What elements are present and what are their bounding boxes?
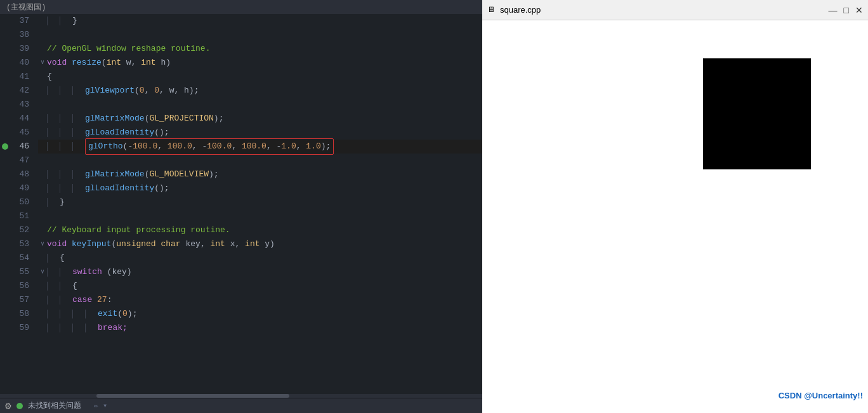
- code-area[interactable]: } // OpenGL window reshape routine.∨void…: [33, 14, 482, 394]
- gutter-cell: [0, 297, 10, 311]
- code-token: glLoadIdentity: [85, 126, 154, 140]
- editor-panel: (主视图国) 373839404142434445464748495051525…: [0, 0, 482, 413]
- table-row[interactable]: exit(0);: [38, 307, 482, 321]
- line-number: 41: [10, 70, 29, 84]
- fold-arrow[interactable]: [38, 321, 47, 335]
- code-token: ,: [296, 140, 306, 154]
- fold-arrow[interactable]: [38, 42, 47, 56]
- fold-arrow[interactable]: ∨: [38, 265, 47, 279]
- gutter-cell: [0, 56, 10, 70]
- code-token: ();: [154, 126, 169, 140]
- indent-guide: [60, 296, 60, 305]
- fold-arrow[interactable]: [38, 181, 47, 195]
- table-row[interactable]: {: [38, 70, 482, 84]
- code-token: 0: [122, 307, 128, 321]
- fold-arrow[interactable]: [38, 112, 47, 126]
- breakpoint-dot: [2, 143, 8, 150]
- fold-arrow[interactable]: [38, 98, 47, 112]
- fold-arrow[interactable]: [38, 251, 47, 265]
- fold-arrow[interactable]: [38, 293, 47, 307]
- line-number: 49: [10, 181, 29, 195]
- table-row[interactable]: // Keyboard input processing routine.: [38, 223, 482, 237]
- fold-arrow[interactable]: [38, 126, 47, 140]
- indent-guide: [47, 254, 48, 263]
- indent-guide: [47, 16, 48, 25]
- fold-arrow[interactable]: [38, 28, 47, 42]
- fold-arrow[interactable]: [38, 140, 47, 154]
- fold-arrow[interactable]: [38, 167, 47, 181]
- gutter-cell: [0, 112, 10, 126]
- code-token: 100.0: [207, 140, 232, 154]
- table-row[interactable]: glOrtho(-100.0, 100.0, -100.0, 100.0, -1…: [38, 140, 482, 154]
- gutter-cell: [0, 14, 10, 28]
- table-row[interactable]: ∨switch (key): [38, 265, 482, 279]
- code-token: 100.0: [133, 140, 157, 154]
- table-row[interactable]: // OpenGL window reshape routine.: [38, 42, 482, 56]
- indent-guide: [47, 184, 48, 193]
- fold-arrow[interactable]: [38, 14, 47, 28]
- code-token: resize: [72, 56, 102, 70]
- code-token: // OpenGL window reshape routine.: [47, 42, 210, 56]
- fold-arrow[interactable]: [38, 195, 47, 209]
- gutter-cell: [0, 311, 10, 325]
- fold-arrow[interactable]: [38, 70, 47, 84]
- table-row[interactable]: glMatrixMode(GL_PROJECTION);: [38, 112, 482, 126]
- code-token: x,: [225, 237, 245, 251]
- gutter-cell: [0, 143, 10, 157]
- indent-guide: [47, 142, 48, 151]
- code-token: ,: [232, 140, 242, 154]
- table-row[interactable]: {: [38, 251, 482, 265]
- close-button[interactable]: ✕: [855, 6, 863, 15]
- window-controls[interactable]: — □ ✕: [829, 6, 863, 15]
- code-token: {: [47, 70, 52, 84]
- code-token: glOrtho: [88, 140, 123, 154]
- code-token: (: [145, 112, 150, 126]
- code-token: {: [60, 251, 65, 265]
- table-row[interactable]: }: [38, 14, 482, 28]
- maximize-button[interactable]: □: [844, 6, 849, 15]
- indent-guide: [47, 86, 48, 95]
- line-number: 44: [10, 112, 29, 126]
- table-row[interactable]: [38, 98, 482, 112]
- code-token: 1.0: [306, 140, 320, 154]
- status-icon[interactable]: ⚙: [5, 400, 11, 412]
- table-row[interactable]: [38, 154, 482, 167]
- table-row[interactable]: ∨void resize(int w, int h): [38, 56, 482, 70]
- line-number: 55: [10, 265, 29, 279]
- table-row[interactable]: {: [38, 279, 482, 293]
- line-number: 54: [10, 251, 29, 265]
- editor-header: (主视图国): [0, 0, 482, 14]
- fold-arrow[interactable]: [38, 84, 47, 98]
- code-token: }: [72, 14, 77, 28]
- fold-arrow[interactable]: [38, 154, 47, 167]
- status-bar: ⚙ 未找到相关问题 ✏ ▾: [0, 398, 482, 413]
- pen-icon[interactable]: ✏ ▾: [94, 401, 108, 410]
- indent-guide: [60, 128, 60, 137]
- indent-guide: [60, 114, 60, 123]
- fold-arrow[interactable]: [38, 209, 47, 223]
- table-row[interactable]: [38, 28, 482, 42]
- table-row[interactable]: glViewport(0, 0, w, h);: [38, 84, 482, 98]
- table-row[interactable]: ∨void keyInput(unsigned char key, int x,…: [38, 237, 482, 251]
- fold-arrow[interactable]: [38, 223, 47, 237]
- table-row[interactable]: glMatrixMode(GL_MODELVIEW);: [38, 167, 482, 181]
- indent-guide: [60, 170, 60, 179]
- fold-arrow[interactable]: ∨: [38, 237, 47, 251]
- code-token: (: [117, 307, 122, 321]
- indent-guide: [72, 170, 73, 179]
- fold-arrow[interactable]: [38, 307, 47, 321]
- code-token: key,: [181, 237, 211, 251]
- table-row[interactable]: break;: [38, 321, 482, 335]
- minimize-button[interactable]: —: [829, 6, 838, 15]
- table-row[interactable]: glLoadIdentity();: [38, 181, 482, 195]
- table-row[interactable]: glLoadIdentity();: [38, 126, 482, 140]
- fold-arrow[interactable]: ∨: [38, 56, 47, 70]
- indent-guide: [47, 268, 48, 277]
- fold-arrow[interactable]: [38, 279, 47, 293]
- table-row[interactable]: }: [38, 195, 482, 209]
- code-token: glLoadIdentity: [85, 181, 154, 195]
- table-row[interactable]: case 27:: [38, 293, 482, 307]
- table-row[interactable]: [38, 209, 482, 223]
- code-token: , -: [192, 140, 207, 154]
- code-token: // Keyboard input processing routine.: [47, 223, 230, 237]
